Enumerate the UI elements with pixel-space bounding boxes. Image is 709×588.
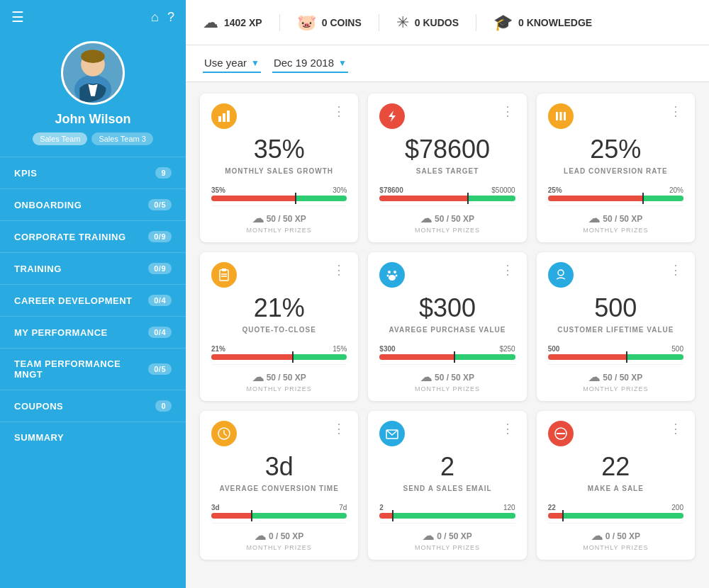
kpi-xp-value-1: 50 / 50 XP (435, 214, 474, 224)
sidebar-badge-career-development: 0/4 (148, 295, 172, 306)
kpi-card-header-2: ⋮ (548, 103, 683, 129)
kpi-xp-cloud-7: ☁ (423, 529, 434, 543)
kpi-menu-6[interactable]: ⋮ (333, 421, 347, 436)
date-filter-label: Dec 19 2018 (274, 57, 334, 69)
kpi-menu-0[interactable]: ⋮ (333, 103, 347, 119)
kpi-progress-labels-2: 25% 20% (548, 186, 683, 194)
kpi-value-6: 3d (211, 452, 347, 482)
kpi-footer-4: ☁ 50 / 50 XP MONTHLY PRIZES (379, 364, 515, 392)
kpi-progress-green-4 (454, 354, 515, 360)
kpi-menu-8[interactable]: ⋮ (669, 421, 683, 436)
kpi-xp-cloud-1: ☁ (420, 212, 432, 225)
kpi-menu-3[interactable]: ⋮ (333, 262, 347, 278)
sidebar-item-onboarding[interactable]: ONBOARDING0/5 (0, 188, 186, 220)
help-icon[interactable]: ? (167, 10, 174, 25)
divider-1 (279, 14, 280, 31)
kpi-progress-left-4: $300 (379, 345, 395, 353)
kpi-label-8: MAKE A SALE (548, 485, 683, 492)
sidebar-item-label-kpis: KPIS (14, 168, 37, 179)
kpi-card-3[interactable]: ⋮ 21% QUOTE-TO-CLOSE 21% 15% ☁ 50 / 50 X… (200, 252, 358, 401)
kpi-progress-left-1: $78600 (379, 186, 403, 194)
sidebar-item-label-team-performance: TEAM PERFORMANCE MNGT (14, 358, 148, 380)
sidebar-badge-training: 0/9 (148, 263, 172, 274)
kpi-value-1: $78600 (379, 135, 515, 164)
xp-icon: ☁ (203, 13, 218, 32)
kpi-xp-value-8: 0 / 50 XP (605, 531, 640, 541)
kpi-progress-track-1 (379, 196, 515, 201)
sidebar-item-training[interactable]: TRAINING0/9 (0, 252, 186, 284)
kpi-progress-green-6 (252, 513, 347, 519)
date-filter[interactable]: Dec 19 2018 ▼ (272, 54, 348, 73)
kpi-menu-2[interactable]: ⋮ (669, 103, 683, 119)
kpi-card-5[interactable]: ⋮ 500 CUSTOMER LIFETIME VALUE 500 500 ☁ … (537, 252, 695, 401)
kpi-menu-4[interactable]: ⋮ (501, 262, 515, 278)
kpi-progress-area-7: 2 120 (379, 504, 515, 519)
kpi-progress-marker-4 (454, 351, 455, 363)
kpi-progress-labels-7: 2 120 (379, 504, 515, 511)
kpi-footer-8: ☁ 0 / 50 XP MONTHLY PRIZES (548, 523, 683, 551)
kpi-menu-7[interactable]: ⋮ (501, 421, 515, 436)
profile-area: John Wilson Sales Team Sales Team 3 (0, 34, 186, 157)
kpi-label-7: SEND A SALES EMAIL (379, 485, 515, 492)
kpi-menu-5[interactable]: ⋮ (669, 262, 683, 278)
coins-stat: 🐷 0 COINS (297, 13, 362, 32)
kudos-icon: ✳ (396, 13, 409, 32)
hamburger-icon[interactable]: ☰ (11, 9, 24, 26)
year-filter-chevron: ▼ (251, 58, 259, 68)
filters-bar: Use year ▼ Dec 19 2018 ▼ (186, 45, 709, 82)
main-content: ☁ 1402 XP 🐷 0 COINS ✳ 0 KUDOS 🎓 0 KNOWLE… (186, 0, 709, 588)
kpi-progress-area-1: $78600 $50000 (379, 186, 515, 201)
sidebar-item-my-performance[interactable]: MY PERFORMANCE0/4 (0, 316, 186, 348)
kpi-progress-left-6: 3d (211, 504, 220, 511)
kpi-progress-labels-0: 35% 30% (211, 186, 347, 194)
kpi-menu-1[interactable]: ⋮ (501, 103, 515, 119)
kpi-card-7[interactable]: ⋮ 2 SEND A SALES EMAIL 2 120 ☁ 0 / 50 XP… (368, 411, 526, 560)
kpi-xp-cloud-8: ☁ (591, 529, 603, 543)
sidebar-item-summary[interactable]: SUMMARY (0, 422, 186, 453)
year-filter[interactable]: Use year ▼ (203, 54, 261, 73)
kpi-card-8[interactable]: ⋮ 22 MAKE A SALE 22 200 ☁ 0 / 50 XP MONT… (537, 411, 695, 560)
kpi-label-6: AVERAGE CONVERSION TIME (211, 485, 347, 492)
kpi-icon-6 (211, 421, 237, 446)
sidebar-badge-corporate-training: 0/9 (148, 231, 172, 242)
kpi-progress-right-2: 20% (669, 186, 683, 194)
kpi-progress-marker-2 (642, 193, 644, 204)
sidebar-item-coupons[interactable]: COUPONS0 (0, 390, 186, 422)
kpi-progress-marker-0 (295, 193, 296, 204)
kpi-progress-area-3: 21% 15% (211, 345, 347, 360)
sidebar-item-corporate-training[interactable]: CORPORATE TRAINING0/9 (0, 220, 186, 252)
sidebar-item-label-career-development: CAREER DEVELOPMENT (14, 295, 132, 306)
kpi-card-6[interactable]: ⋮ 3d AVERAGE CONVERSION TIME 3d 7d ☁ 0 /… (200, 411, 358, 560)
team-badge-2[interactable]: Sales Team 3 (91, 132, 152, 145)
sidebar-item-team-performance[interactable]: TEAM PERFORMANCE MNGT0/5 (0, 348, 186, 390)
kpi-card-1[interactable]: ⋮ $78600 SALES TARGET $78600 $50000 ☁ 50… (368, 94, 526, 242)
kpi-progress-marker-8 (562, 510, 564, 521)
kpi-xp-line-4: ☁ 50 / 50 XP (420, 371, 474, 384)
kpi-prize-label-6: MONTHLY PRIZES (247, 544, 312, 551)
kpi-value-3: 21% (211, 293, 347, 323)
sidebar-badge-team-performance: 0/5 (148, 363, 172, 375)
kpi-progress-right-4: $250 (499, 345, 515, 353)
sidebar-item-kpis[interactable]: KPIS9 (0, 157, 186, 188)
svg-point-16 (393, 271, 396, 273)
year-filter-label: Use year (204, 57, 247, 69)
home-icon[interactable]: ⌂ (151, 10, 159, 25)
kpi-prize-label-3: MONTHLY PRIZES (247, 385, 312, 392)
kpi-progress-green-3 (293, 354, 347, 360)
kpi-card-0[interactable]: ⋮ 35% MONTHLY SALES GROWTH 35% 30% ☁ 50 … (200, 94, 358, 242)
sidebar-item-career-development[interactable]: CAREER DEVELOPMENT0/4 (0, 284, 186, 316)
kpi-xp-line-3: ☁ 50 / 50 XP (252, 371, 306, 384)
team-badge-1[interactable]: Sales Team (33, 132, 87, 145)
kpi-card-4[interactable]: ⋮ $300 AVAREGE PURCHASE VALUE $300 $250 … (368, 252, 526, 401)
svg-rect-12 (222, 268, 226, 271)
kpi-xp-value-7: 0 / 50 XP (437, 531, 471, 541)
kpi-progress-green-7 (393, 513, 515, 519)
kpi-label-1: SALES TARGET (379, 167, 515, 175)
kpi-progress-right-7: 120 (503, 504, 515, 511)
kpi-progress-red-3 (211, 354, 293, 360)
sidebar-item-label-summary: SUMMARY (14, 432, 64, 443)
kpi-card-2[interactable]: ⋮ 25% LEAD CONVERSION RATE 25% 20% ☁ 50 … (537, 94, 695, 242)
kpi-progress-track-8 (548, 513, 683, 519)
kpi-value-0: 35% (211, 135, 347, 164)
kpi-value-2: 25% (548, 135, 683, 164)
